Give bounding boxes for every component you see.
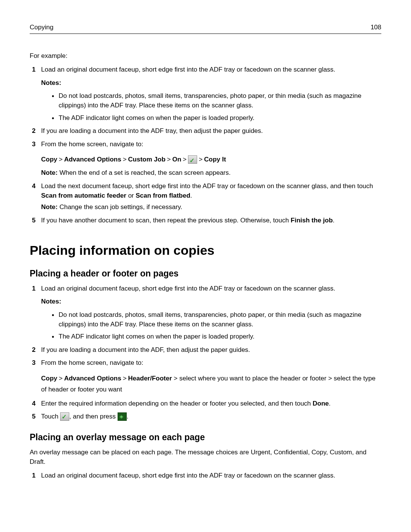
list-item: Touch , and then press . — [30, 412, 381, 422]
step-text: If you are loading a document into the A… — [41, 127, 263, 134]
nav-sep: > — [59, 156, 63, 163]
procedure-list-c: Load an original document faceup, short … — [30, 471, 381, 481]
bullet-item: Do not load postcards, photos, small ite… — [52, 310, 381, 329]
bold-text: Scan from automatic feeder — [41, 192, 126, 199]
procedure-list-a: Load an original document faceup, short … — [30, 65, 381, 225]
nav-sep: > — [199, 156, 202, 163]
section-title: Copying — [30, 24, 53, 31]
step-text: . — [190, 192, 192, 199]
note-text: When the end of a set is reached, the sc… — [57, 169, 231, 176]
nav-path: Copy>Advanced Options>Header/Footer > se… — [41, 373, 381, 395]
nav-advanced-options: Advanced Options — [64, 156, 121, 163]
bold-text: Finish the job — [291, 217, 333, 224]
notes-bullets: Do not load postcards, photos, small ite… — [52, 310, 381, 342]
step-text: From the home screen, navigate to: — [41, 141, 143, 148]
page-number: 108 — [371, 24, 381, 31]
list-item: If you have another document to scan, th… — [30, 216, 381, 225]
bullet-item: The ADF indicator light comes on when th… — [52, 113, 381, 123]
nav-sep: > — [167, 156, 171, 163]
paragraph: An overlay message can be placed on each… — [30, 448, 381, 466]
list-item: If you are loading a document into the A… — [30, 126, 381, 136]
heading-1: Placing information on copies — [30, 243, 381, 258]
nav-on: On — [172, 156, 182, 163]
step-text: , and then press — [69, 413, 118, 420]
notes-label: Notes: — [41, 78, 381, 88]
nav-copy: Copy — [41, 375, 57, 382]
sub-note: Note: Change the scan job settings, if n… — [41, 203, 381, 212]
nav-advanced-options: Advanced Options — [64, 375, 121, 382]
step-text: Enter the required information depending… — [41, 400, 313, 407]
heading-2: Placing an overlay message on each page — [30, 432, 381, 443]
heading-2: Placing a header or footer on pages — [30, 268, 381, 279]
note-label: Note: — [41, 169, 57, 176]
step-text: Load an original document faceup, short … — [41, 285, 335, 292]
notes-bullets: Do not load postcards, photos, small ite… — [52, 91, 381, 123]
bullet-item: Do not load postcards, photos, small ite… — [52, 91, 381, 110]
step-text: or — [126, 192, 136, 199]
nav-custom-job: Custom Job — [128, 156, 166, 163]
list-item: From the home screen, navigate to: Copy>… — [30, 140, 381, 178]
step-text: From the home screen, navigate to: — [41, 359, 143, 366]
intro-text: For example: — [30, 52, 381, 60]
list-item: Load the next document faceup, short edg… — [30, 182, 381, 212]
note-label: Note: — [41, 203, 57, 211]
sub-note: Note: When the end of a set is reached, … — [41, 168, 381, 178]
step-text: Touch — [41, 413, 60, 420]
notes-label: Notes: — [41, 297, 381, 307]
note-text: Change the scan job settings, if necessa… — [57, 203, 182, 211]
list-item: Load an original document faceup, short … — [30, 65, 381, 123]
step-text: Load an original document faceup, short … — [41, 472, 335, 479]
procedure-list-b: Load an original document faceup, short … — [30, 284, 381, 422]
nav-copy-it: Copy It — [204, 156, 226, 163]
start-icon — [118, 412, 127, 421]
nav-sep: > — [123, 375, 127, 382]
nav-path: Copy>Advanced Options>Custom Job>On>>Cop… — [41, 154, 381, 165]
bullet-item: The ADF indicator light comes on when th… — [52, 332, 381, 342]
list-item: If you are loading a document into the A… — [30, 345, 381, 355]
check-icon — [60, 412, 69, 421]
step-text: Load the next document faceup, short edg… — [41, 182, 373, 190]
bold-text: Done — [313, 400, 329, 407]
step-text: If you have another document to scan, th… — [41, 217, 291, 224]
list-item: From the home screen, navigate to: Copy>… — [30, 358, 381, 395]
step-text: Load an original document faceup, short … — [41, 66, 335, 73]
check-icon — [188, 155, 197, 164]
nav-sep: > — [123, 156, 127, 163]
bold-text: Scan from flatbed — [135, 192, 190, 199]
nav-sep: > — [59, 375, 63, 382]
step-text: . — [127, 413, 129, 420]
page-header: Copying 108 — [30, 24, 381, 34]
step-text: . — [333, 217, 335, 224]
page-container: Copying 108 For example: Load an origina… — [0, 0, 411, 507]
list-item: Load an original document faceup, short … — [30, 471, 381, 481]
nav-sep: > — [183, 156, 186, 163]
nav-copy: Copy — [41, 156, 57, 163]
list-item: Enter the required information depending… — [30, 399, 381, 409]
list-item: Load an original document faceup, short … — [30, 284, 381, 342]
nav-header-footer: Header/Footer — [128, 375, 172, 382]
step-text: . — [329, 400, 331, 407]
step-text: If you are loading a document into the A… — [41, 346, 250, 353]
